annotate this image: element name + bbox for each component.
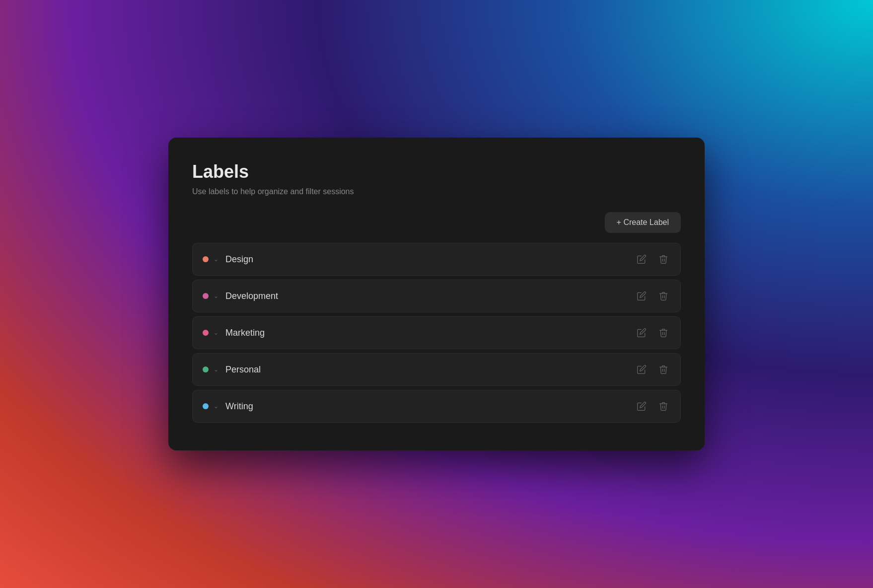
trash-icon — [658, 254, 668, 264]
page-title: Labels — [192, 161, 681, 182]
trash-icon — [658, 328, 668, 338]
edit-button[interactable] — [635, 289, 649, 303]
delete-button[interactable] — [656, 399, 670, 413]
chevron-down-icon[interactable]: ⌄ — [214, 329, 218, 336]
label-row: ⌄ Marketing — [192, 316, 681, 349]
label-left: ⌄ Development — [203, 291, 278, 301]
chevron-down-icon[interactable]: ⌄ — [214, 293, 218, 299]
label-color-dot — [203, 293, 209, 299]
chevron-down-icon[interactable]: ⌄ — [214, 403, 218, 410]
label-left: ⌄ Writing — [203, 401, 253, 412]
label-actions — [635, 399, 670, 413]
delete-button[interactable] — [656, 326, 670, 340]
edit-button[interactable] — [635, 252, 649, 266]
pencil-icon — [637, 365, 647, 374]
label-row: ⌄ Personal — [192, 353, 681, 386]
label-name: Personal — [225, 365, 261, 375]
pencil-icon — [637, 254, 647, 264]
label-actions — [635, 363, 670, 376]
labels-list: ⌄ Design ⌄ — [192, 243, 681, 423]
create-label-button[interactable]: + Create Label — [605, 212, 681, 233]
labels-modal: Labels Use labels to help organize and f… — [168, 138, 705, 450]
label-actions — [635, 289, 670, 303]
edit-button[interactable] — [635, 399, 649, 413]
delete-button[interactable] — [656, 363, 670, 376]
label-color-dot — [203, 403, 209, 409]
label-name: Writing — [225, 401, 253, 412]
label-name: Design — [225, 254, 253, 265]
chevron-down-icon[interactable]: ⌄ — [214, 256, 218, 263]
edit-button[interactable] — [635, 363, 649, 376]
pencil-icon — [637, 328, 647, 338]
label-left: ⌄ Marketing — [203, 328, 265, 338]
delete-button[interactable] — [656, 252, 670, 266]
label-color-dot — [203, 256, 209, 262]
pencil-icon — [637, 291, 647, 301]
label-color-dot — [203, 367, 209, 372]
delete-button[interactable] — [656, 289, 670, 303]
trash-icon — [658, 365, 668, 374]
label-row: ⌄ Writing — [192, 390, 681, 423]
chevron-down-icon[interactable]: ⌄ — [214, 366, 218, 373]
label-color-dot — [203, 330, 209, 336]
label-actions — [635, 326, 670, 340]
label-name: Marketing — [225, 328, 265, 338]
page-subtitle: Use labels to help organize and filter s… — [192, 187, 681, 196]
trash-icon — [658, 401, 668, 411]
label-left: ⌄ Design — [203, 254, 253, 265]
toolbar: + Create Label — [192, 212, 681, 233]
label-actions — [635, 252, 670, 266]
pencil-icon — [637, 401, 647, 411]
label-row: ⌄ Development — [192, 280, 681, 312]
edit-button[interactable] — [635, 326, 649, 340]
label-name: Development — [225, 291, 278, 301]
label-row: ⌄ Design — [192, 243, 681, 276]
trash-icon — [658, 291, 668, 301]
label-left: ⌄ Personal — [203, 365, 261, 375]
